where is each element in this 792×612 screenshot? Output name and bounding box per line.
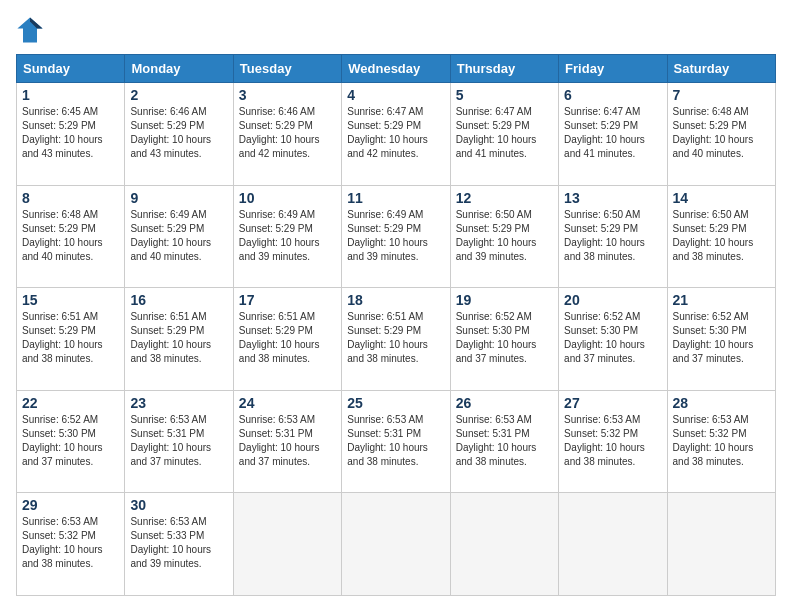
page: Sunday Monday Tuesday Wednesday Thursday… bbox=[0, 0, 792, 612]
calendar-day-cell bbox=[667, 493, 775, 596]
day-info: Sunrise: 6:53 AMSunset: 5:32 PMDaylight:… bbox=[673, 413, 770, 469]
day-number: 21 bbox=[673, 292, 770, 308]
calendar-day-cell: 12Sunrise: 6:50 AMSunset: 5:29 PMDayligh… bbox=[450, 185, 558, 288]
calendar-day-cell bbox=[233, 493, 341, 596]
header-friday: Friday bbox=[559, 55, 667, 83]
day-info: Sunrise: 6:53 AMSunset: 5:32 PMDaylight:… bbox=[564, 413, 661, 469]
day-number: 22 bbox=[22, 395, 119, 411]
day-number: 27 bbox=[564, 395, 661, 411]
calendar-day-cell: 13Sunrise: 6:50 AMSunset: 5:29 PMDayligh… bbox=[559, 185, 667, 288]
calendar-day-cell: 4Sunrise: 6:47 AMSunset: 5:29 PMDaylight… bbox=[342, 83, 450, 186]
day-number: 2 bbox=[130, 87, 227, 103]
calendar-week-row: 29Sunrise: 6:53 AMSunset: 5:32 PMDayligh… bbox=[17, 493, 776, 596]
day-number: 24 bbox=[239, 395, 336, 411]
day-number: 25 bbox=[347, 395, 444, 411]
day-info: Sunrise: 6:53 AMSunset: 5:31 PMDaylight:… bbox=[239, 413, 336, 469]
calendar-day-cell: 18Sunrise: 6:51 AMSunset: 5:29 PMDayligh… bbox=[342, 288, 450, 391]
calendar-day-cell: 24Sunrise: 6:53 AMSunset: 5:31 PMDayligh… bbox=[233, 390, 341, 493]
calendar-week-row: 15Sunrise: 6:51 AMSunset: 5:29 PMDayligh… bbox=[17, 288, 776, 391]
day-number: 14 bbox=[673, 190, 770, 206]
day-number: 19 bbox=[456, 292, 553, 308]
day-info: Sunrise: 6:46 AMSunset: 5:29 PMDaylight:… bbox=[130, 105, 227, 161]
day-number: 3 bbox=[239, 87, 336, 103]
day-info: Sunrise: 6:53 AMSunset: 5:32 PMDaylight:… bbox=[22, 515, 119, 571]
day-info: Sunrise: 6:49 AMSunset: 5:29 PMDaylight:… bbox=[130, 208, 227, 264]
calendar-day-cell: 28Sunrise: 6:53 AMSunset: 5:32 PMDayligh… bbox=[667, 390, 775, 493]
header-tuesday: Tuesday bbox=[233, 55, 341, 83]
day-number: 8 bbox=[22, 190, 119, 206]
day-number: 7 bbox=[673, 87, 770, 103]
calendar-day-cell bbox=[450, 493, 558, 596]
calendar-day-cell: 2Sunrise: 6:46 AMSunset: 5:29 PMDaylight… bbox=[125, 83, 233, 186]
day-number: 28 bbox=[673, 395, 770, 411]
header bbox=[16, 16, 776, 44]
day-number: 11 bbox=[347, 190, 444, 206]
calendar-day-cell: 11Sunrise: 6:49 AMSunset: 5:29 PMDayligh… bbox=[342, 185, 450, 288]
calendar-day-cell: 8Sunrise: 6:48 AMSunset: 5:29 PMDaylight… bbox=[17, 185, 125, 288]
logo-icon bbox=[16, 16, 44, 44]
header-monday: Monday bbox=[125, 55, 233, 83]
calendar-day-cell: 22Sunrise: 6:52 AMSunset: 5:30 PMDayligh… bbox=[17, 390, 125, 493]
day-number: 10 bbox=[239, 190, 336, 206]
day-number: 13 bbox=[564, 190, 661, 206]
day-number: 6 bbox=[564, 87, 661, 103]
day-info: Sunrise: 6:50 AMSunset: 5:29 PMDaylight:… bbox=[564, 208, 661, 264]
calendar-day-cell: 16Sunrise: 6:51 AMSunset: 5:29 PMDayligh… bbox=[125, 288, 233, 391]
calendar-day-cell: 23Sunrise: 6:53 AMSunset: 5:31 PMDayligh… bbox=[125, 390, 233, 493]
calendar-week-row: 1Sunrise: 6:45 AMSunset: 5:29 PMDaylight… bbox=[17, 83, 776, 186]
calendar-table: Sunday Monday Tuesday Wednesday Thursday… bbox=[16, 54, 776, 596]
day-number: 17 bbox=[239, 292, 336, 308]
calendar-day-cell: 19Sunrise: 6:52 AMSunset: 5:30 PMDayligh… bbox=[450, 288, 558, 391]
day-info: Sunrise: 6:53 AMSunset: 5:33 PMDaylight:… bbox=[130, 515, 227, 571]
calendar-day-cell: 17Sunrise: 6:51 AMSunset: 5:29 PMDayligh… bbox=[233, 288, 341, 391]
calendar-day-cell: 5Sunrise: 6:47 AMSunset: 5:29 PMDaylight… bbox=[450, 83, 558, 186]
day-number: 9 bbox=[130, 190, 227, 206]
day-number: 1 bbox=[22, 87, 119, 103]
day-number: 20 bbox=[564, 292, 661, 308]
day-info: Sunrise: 6:50 AMSunset: 5:29 PMDaylight:… bbox=[456, 208, 553, 264]
day-info: Sunrise: 6:51 AMSunset: 5:29 PMDaylight:… bbox=[347, 310, 444, 366]
calendar-day-cell: 20Sunrise: 6:52 AMSunset: 5:30 PMDayligh… bbox=[559, 288, 667, 391]
calendar-week-row: 22Sunrise: 6:52 AMSunset: 5:30 PMDayligh… bbox=[17, 390, 776, 493]
day-info: Sunrise: 6:52 AMSunset: 5:30 PMDaylight:… bbox=[564, 310, 661, 366]
calendar-day-cell bbox=[559, 493, 667, 596]
calendar-day-cell: 1Sunrise: 6:45 AMSunset: 5:29 PMDaylight… bbox=[17, 83, 125, 186]
day-number: 26 bbox=[456, 395, 553, 411]
day-info: Sunrise: 6:53 AMSunset: 5:31 PMDaylight:… bbox=[456, 413, 553, 469]
day-info: Sunrise: 6:45 AMSunset: 5:29 PMDaylight:… bbox=[22, 105, 119, 161]
day-info: Sunrise: 6:47 AMSunset: 5:29 PMDaylight:… bbox=[564, 105, 661, 161]
day-number: 18 bbox=[347, 292, 444, 308]
header-sunday: Sunday bbox=[17, 55, 125, 83]
logo bbox=[16, 16, 48, 44]
day-info: Sunrise: 6:46 AMSunset: 5:29 PMDaylight:… bbox=[239, 105, 336, 161]
day-info: Sunrise: 6:49 AMSunset: 5:29 PMDaylight:… bbox=[347, 208, 444, 264]
day-number: 16 bbox=[130, 292, 227, 308]
calendar-day-cell: 26Sunrise: 6:53 AMSunset: 5:31 PMDayligh… bbox=[450, 390, 558, 493]
calendar-day-cell: 9Sunrise: 6:49 AMSunset: 5:29 PMDaylight… bbox=[125, 185, 233, 288]
day-info: Sunrise: 6:52 AMSunset: 5:30 PMDaylight:… bbox=[456, 310, 553, 366]
calendar-day-cell: 14Sunrise: 6:50 AMSunset: 5:29 PMDayligh… bbox=[667, 185, 775, 288]
day-info: Sunrise: 6:48 AMSunset: 5:29 PMDaylight:… bbox=[22, 208, 119, 264]
day-info: Sunrise: 6:53 AMSunset: 5:31 PMDaylight:… bbox=[130, 413, 227, 469]
header-thursday: Thursday bbox=[450, 55, 558, 83]
day-number: 30 bbox=[130, 497, 227, 513]
day-info: Sunrise: 6:49 AMSunset: 5:29 PMDaylight:… bbox=[239, 208, 336, 264]
calendar-week-row: 8Sunrise: 6:48 AMSunset: 5:29 PMDaylight… bbox=[17, 185, 776, 288]
calendar-day-cell bbox=[342, 493, 450, 596]
day-number: 23 bbox=[130, 395, 227, 411]
day-info: Sunrise: 6:52 AMSunset: 5:30 PMDaylight:… bbox=[673, 310, 770, 366]
day-info: Sunrise: 6:51 AMSunset: 5:29 PMDaylight:… bbox=[22, 310, 119, 366]
calendar-day-cell: 27Sunrise: 6:53 AMSunset: 5:32 PMDayligh… bbox=[559, 390, 667, 493]
header-wednesday: Wednesday bbox=[342, 55, 450, 83]
day-info: Sunrise: 6:48 AMSunset: 5:29 PMDaylight:… bbox=[673, 105, 770, 161]
day-number: 29 bbox=[22, 497, 119, 513]
day-info: Sunrise: 6:50 AMSunset: 5:29 PMDaylight:… bbox=[673, 208, 770, 264]
calendar-day-cell: 15Sunrise: 6:51 AMSunset: 5:29 PMDayligh… bbox=[17, 288, 125, 391]
day-info: Sunrise: 6:52 AMSunset: 5:30 PMDaylight:… bbox=[22, 413, 119, 469]
day-number: 5 bbox=[456, 87, 553, 103]
day-info: Sunrise: 6:47 AMSunset: 5:29 PMDaylight:… bbox=[347, 105, 444, 161]
day-info: Sunrise: 6:51 AMSunset: 5:29 PMDaylight:… bbox=[239, 310, 336, 366]
calendar-day-cell: 25Sunrise: 6:53 AMSunset: 5:31 PMDayligh… bbox=[342, 390, 450, 493]
calendar-day-cell: 6Sunrise: 6:47 AMSunset: 5:29 PMDaylight… bbox=[559, 83, 667, 186]
day-info: Sunrise: 6:47 AMSunset: 5:29 PMDaylight:… bbox=[456, 105, 553, 161]
